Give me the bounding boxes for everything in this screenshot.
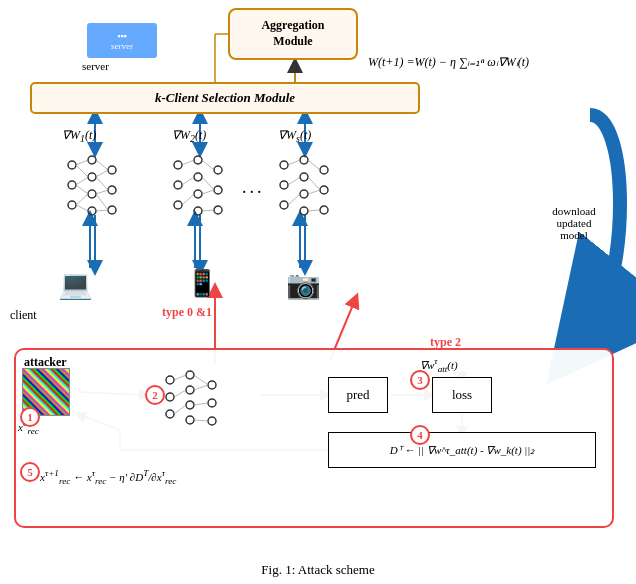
- svg-point-87: [186, 416, 194, 424]
- d-formula-box: Dᵀ ← || ∇w^τ_att(t) - ∇w_k(t) ||₂: [328, 432, 596, 468]
- svg-point-52: [194, 190, 202, 198]
- svg-line-61: [202, 177, 214, 190]
- svg-line-36: [76, 165, 88, 177]
- svg-point-69: [300, 190, 308, 198]
- k-client-selection-box: k-Client Selection Module: [30, 82, 420, 114]
- loss-label: loss: [452, 387, 472, 403]
- svg-point-27: [68, 201, 76, 209]
- svg-point-56: [214, 206, 222, 214]
- svg-line-78: [308, 177, 320, 190]
- svg-point-29: [88, 173, 96, 181]
- svg-point-68: [300, 173, 308, 181]
- svg-point-65: [280, 181, 288, 189]
- svg-point-67: [300, 156, 308, 164]
- svg-point-82: [166, 393, 174, 401]
- svg-line-44: [96, 190, 108, 194]
- svg-line-91: [174, 375, 186, 380]
- circle-num-1: 1: [20, 407, 40, 427]
- svg-line-37: [76, 177, 88, 185]
- neural-net-2: [168, 150, 228, 220]
- svg-line-62: [202, 190, 214, 194]
- svg-point-49: [174, 201, 182, 209]
- svg-line-39: [76, 194, 88, 205]
- svg-line-95: [194, 385, 208, 390]
- svg-point-70: [300, 207, 308, 215]
- svg-line-46: [96, 210, 108, 211]
- neural-net-1: [62, 150, 122, 220]
- svg-point-88: [208, 381, 216, 389]
- svg-line-58: [182, 177, 194, 185]
- aggregation-module-label: Aggregation Module: [261, 18, 324, 49]
- grad-label-2: ∇W2(t): [172, 128, 206, 144]
- svg-line-38: [76, 185, 88, 194]
- svg-point-31: [88, 207, 96, 215]
- server-icon: ▪▪▪server: [111, 31, 133, 51]
- d-formula-text: Dᵀ ← || ∇w^τ_att(t) - ∇w_k(t) ||₂: [390, 444, 535, 457]
- aggregation-module-box: Aggregation Module: [228, 8, 358, 60]
- svg-point-85: [186, 386, 194, 394]
- loss-box: loss: [432, 377, 492, 413]
- svg-point-51: [194, 173, 202, 181]
- svg-point-73: [320, 206, 328, 214]
- circle-num-5: 5: [20, 462, 40, 482]
- phone-icon: 📱: [186, 268, 218, 299]
- svg-point-50: [194, 156, 202, 164]
- svg-line-45: [96, 194, 108, 210]
- svg-point-26: [68, 181, 76, 189]
- svg-line-59: [182, 194, 194, 205]
- download-updated-model-text: download updated model: [534, 205, 614, 241]
- tablet-icon: 📷: [286, 268, 321, 301]
- circle-num-4: 4: [410, 425, 430, 445]
- fig-caption: Fig. 1: Attack scheme: [0, 562, 636, 578]
- svg-line-97: [194, 420, 208, 421]
- svg-point-72: [320, 186, 328, 194]
- svg-point-83: [166, 410, 174, 418]
- svg-point-53: [194, 207, 202, 215]
- svg-point-30: [88, 190, 96, 198]
- svg-point-54: [214, 166, 222, 174]
- laptop-icon: 💻: [58, 268, 93, 301]
- svg-point-66: [280, 201, 288, 209]
- pred-label: pred: [346, 387, 369, 403]
- circle-num-3: 3: [410, 370, 430, 390]
- svg-line-41: [96, 160, 108, 170]
- step5-formula: xτ+1rec ← xτrec − η' ∂DT/∂xτrec: [40, 468, 176, 486]
- svg-line-76: [288, 194, 300, 205]
- svg-line-79: [308, 190, 320, 194]
- svg-line-74: [288, 160, 300, 165]
- client-label: client: [10, 308, 37, 323]
- server-label: server: [82, 60, 109, 72]
- svg-line-75: [288, 177, 300, 185]
- svg-point-55: [214, 186, 222, 194]
- svg-line-60: [202, 160, 214, 170]
- svg-line-43: [96, 177, 108, 190]
- svg-point-34: [108, 206, 116, 214]
- svg-line-42: [96, 170, 108, 177]
- svg-point-48: [174, 181, 182, 189]
- svg-point-86: [186, 401, 194, 409]
- svg-line-94: [194, 375, 208, 385]
- svg-line-80: [308, 210, 320, 211]
- svg-line-35: [76, 160, 88, 165]
- diagram-container: Aggregation Module ☁ ▪▪▪server server k-…: [0, 0, 636, 584]
- svg-line-77: [308, 160, 320, 170]
- svg-point-84: [186, 371, 194, 379]
- svg-line-96: [194, 403, 208, 405]
- svg-point-47: [174, 161, 182, 169]
- svg-point-64: [280, 161, 288, 169]
- circle-num-2: 2: [145, 385, 165, 405]
- grad-label-3: ∇Ws(t): [278, 128, 311, 144]
- svg-point-81: [166, 376, 174, 384]
- grad-label-1: ∇W1(t): [62, 128, 96, 144]
- svg-line-57: [182, 160, 194, 165]
- svg-point-33: [108, 186, 116, 194]
- pred-box: pred: [328, 377, 388, 413]
- attacker-neural-net: [160, 365, 230, 430]
- svg-point-28: [88, 156, 96, 164]
- weight-update-formula: W(t+1) =W(t) − η ∑ᵢ₌₁ⁿ ωᵢ∇Wᵢ(t): [368, 55, 529, 70]
- server-cloud: ☁ ▪▪▪server: [82, 5, 162, 60]
- svg-line-92: [174, 390, 186, 397]
- type-01-label: type 0 &1: [162, 305, 212, 320]
- k-client-label: k-Client Selection Module: [155, 90, 295, 106]
- neural-net-3: [274, 150, 334, 220]
